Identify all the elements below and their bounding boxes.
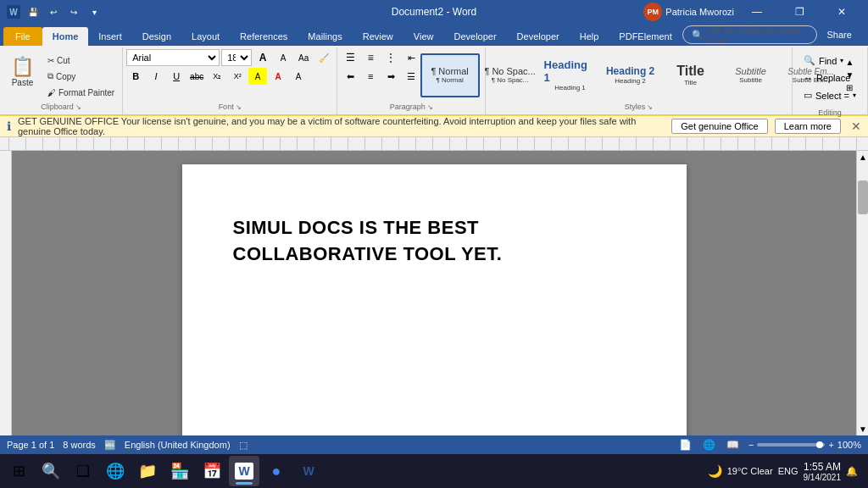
read-view-btn[interactable]: 📖 [725,438,742,452]
scroll-up-btn[interactable]: ▲ [857,151,868,164]
clear-format-btn[interactable]: 🧹 [314,49,333,66]
restore-btn[interactable]: ❐ [780,0,819,24]
get-genuine-btn[interactable]: Get genuine Office [671,119,768,134]
tab-view[interactable]: View [403,27,444,46]
align-left-btn[interactable]: ⬅ [341,68,359,85]
highlight-btn[interactable]: A [248,68,267,85]
vertical-scrollbar[interactable]: ▲ ▼ [856,151,868,435]
replace-button[interactable]: ↔ Replace [798,70,856,86]
paste-button[interactable]: 📋 Paste [3,49,42,93]
bullets-btn[interactable]: ☰ [341,49,359,66]
edge-btn[interactable]: 🌐 [100,456,131,486]
close-btn[interactable]: ✕ [822,0,861,24]
web-view-btn[interactable]: 🌐 [701,438,718,452]
style-no-spacing[interactable]: ¶ No Spac... ¶ No Spac... [481,53,540,97]
font-shadow-btn[interactable]: A [289,68,308,85]
save-quick-btn[interactable]: 💾 [25,4,41,19]
tab-file[interactable]: File [3,27,42,46]
copy-button[interactable]: ⧉ Copy [43,69,119,84]
tab-developer2[interactable]: Developer [507,27,570,46]
zoom-out-btn[interactable]: − [748,440,754,450]
title-bar-right: PM Patricia Mworozi — ❐ ✕ [643,0,861,24]
align-center-btn[interactable]: ≡ [361,68,380,85]
bold-btn[interactable]: B [126,68,145,85]
tab-insert[interactable]: Insert [88,27,132,46]
numbering-btn[interactable]: ≡ [361,49,380,66]
tab-developer[interactable]: Developer [443,27,506,46]
ruler-inner [8,137,868,150]
store-btn[interactable]: 🏪 [164,456,195,486]
grow-font-btn[interactable]: A [253,49,272,66]
info-close-btn[interactable]: ✕ [851,119,861,133]
superscript-btn[interactable]: X² [228,68,247,85]
h2-label: Heading 2 [615,77,645,85]
subscript-btn[interactable]: X₂ [208,68,226,85]
minimize-btn[interactable]: — [737,0,776,24]
tell-me-input[interactable]: 🔍 Tell me what you want to do [682,25,817,44]
replace-icon: ↔ [804,73,813,83]
style-normal[interactable]: ¶ Normal ¶ Normal [420,53,480,97]
tab-design[interactable]: Design [132,27,181,46]
tab-review[interactable]: Review [353,27,403,46]
painter-label: Format Painter [58,88,114,97]
style-subtitle[interactable]: Subtitle Subtitle [721,53,781,97]
font-color-btn[interactable]: A [269,68,287,85]
decrease-indent-btn[interactable]: ⇤ [402,49,420,66]
calendar-btn[interactable]: 📅 [197,456,227,486]
align-right-btn[interactable]: ➡ [381,68,400,85]
document-scroll[interactable]: SIMUL DOCS IS THE BEST COLLABORATIVE TOO… [12,151,856,435]
multilevel-btn[interactable]: ⋮ [381,49,400,66]
scroll-down-btn[interactable]: ▼ [857,423,868,435]
explorer-btn[interactable]: 📁 [132,456,163,486]
select-button[interactable]: ▭ Select = ▾ [798,87,862,103]
title-preview: Title [676,64,704,79]
redo-quick-btn[interactable]: ↪ [66,4,81,19]
font-row2: B I U abc X₂ X² A A A [126,68,308,85]
cut-button[interactable]: ✂ Cut [43,53,119,68]
search-taskbar-btn[interactable]: 🔍 [36,456,66,486]
font-name-select[interactable]: Arial [126,49,220,66]
learn-more-btn[interactable]: Learn more [775,119,841,134]
zoom-in-btn[interactable]: + [828,440,833,450]
find-button[interactable]: 🔍 Find ▾ [798,53,849,69]
network-icon[interactable]: 🌙 [708,464,722,478]
word-taskbar-btn[interactable]: W [229,456,259,486]
tab-help[interactable]: Help [570,27,609,46]
case-btn[interactable]: Aa [294,49,313,66]
share-button[interactable]: Share [817,25,862,44]
tab-mailings[interactable]: Mailings [298,27,352,46]
justify-btn[interactable]: ☰ [402,68,420,85]
chrome-btn[interactable]: ● [261,456,292,486]
task-view-btn[interactable]: ❑ [68,456,98,486]
format-painter-button[interactable]: 🖌 Format Painter [43,85,119,100]
word2-btn[interactable]: W [293,456,324,486]
italic-btn[interactable]: I [147,68,165,85]
cut-icon: ✂ [47,56,54,65]
style-heading1[interactable]: Heading 1 Heading 1 [541,53,600,97]
user-avatar: PM [643,3,662,21]
document-content[interactable]: SIMUL DOCS IS THE BEST COLLABORATIVE TOO… [233,215,636,268]
print-view-btn[interactable]: 📄 [677,438,694,452]
style-title[interactable]: Title Title [661,53,721,97]
tab-home[interactable]: Home [42,27,89,46]
strikethrough-btn[interactable]: abc [187,68,206,85]
replace-label: Replace [816,73,850,83]
underline-btn[interactable]: U [167,68,186,85]
start-button[interactable]: ⊞ [3,456,34,486]
style-heading2[interactable]: Heading 2 Heading 2 [601,53,660,97]
font-size-select[interactable]: 18 [221,49,252,66]
tab-pdfelement[interactable]: PDFElement [609,27,682,46]
customize-quick-btn[interactable]: ▾ [86,4,102,19]
shrink-font-btn[interactable]: A [274,49,292,66]
time-display[interactable]: 1:55 AM 9/14/2021 [804,461,842,482]
cut-label: Cut [57,56,70,65]
notification-icon[interactable]: 🔔 [846,466,858,477]
h1-preview: Heading 1 [544,58,597,84]
document-heading[interactable]: SIMUL DOCS IS THE BEST COLLABORATIVE TOO… [233,215,636,268]
scroll-thumb[interactable] [858,180,868,214]
zoom-slider[interactable] [757,443,825,446]
status-right: 📄 🌐 📖 − + 100% [677,438,861,452]
undo-quick-btn[interactable]: ↩ [46,4,61,19]
tab-layout[interactable]: Layout [181,27,230,46]
tab-references[interactable]: References [230,27,298,46]
